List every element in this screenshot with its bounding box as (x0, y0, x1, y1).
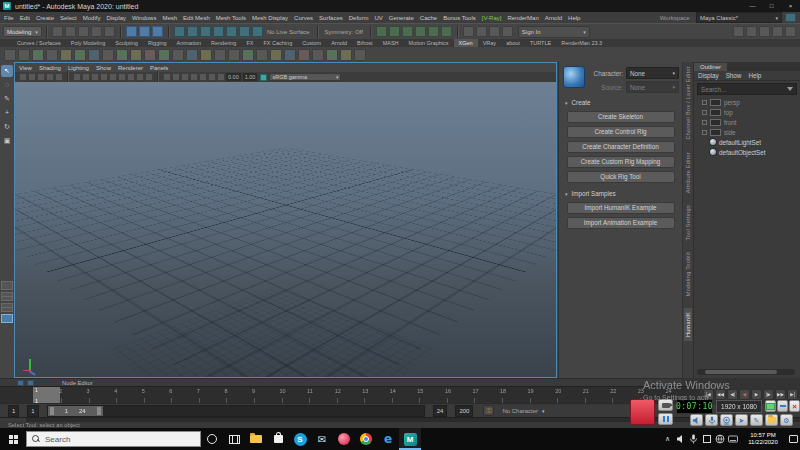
layout-single-pane-button[interactable] (1, 281, 13, 290)
toolbar-icon[interactable] (187, 26, 198, 37)
range-right-handle[interactable] (97, 407, 101, 415)
recorder-draw-button[interactable]: ✎ (750, 414, 763, 426)
toolbar-icon[interactable] (213, 26, 224, 37)
toolbar-icon[interactable] (174, 26, 185, 37)
menu-item[interactable]: Create (36, 15, 54, 21)
animation-end-field[interactable]: 200 (455, 405, 473, 417)
exposure-field[interactable]: 0.00 (226, 73, 241, 81)
toolbar-icon[interactable] (172, 49, 184, 61)
sidebar-tab[interactable]: Attribute Editor (685, 152, 691, 193)
frame-tick[interactable]: 15 (419, 387, 447, 404)
toolbar-icon[interactable] (242, 49, 254, 61)
sidebar-tab[interactable]: HumanIK (684, 308, 692, 341)
photos-app-button[interactable] (333, 428, 355, 450)
recorder-folder-button[interactable] (765, 414, 778, 426)
menu-item[interactable]: Help (568, 15, 580, 21)
toolbar-icon[interactable] (104, 26, 115, 37)
toolbar-icon[interactable] (152, 26, 163, 37)
toolbar-icon[interactable] (428, 26, 439, 37)
menu-item[interactable]: Select (60, 15, 77, 21)
transport-button[interactable]: ◀| (727, 389, 738, 400)
outliner-item[interactable]: top (694, 107, 800, 117)
toolbar-icon[interactable] (252, 26, 263, 37)
toolbar-icon[interactable] (52, 26, 63, 37)
menu-item[interactable]: [V-Ray] (482, 15, 502, 21)
recorder-cursor-button[interactable]: ➤ (735, 414, 748, 426)
frame-tick[interactable]: 11 (309, 387, 337, 404)
toolbar-icon[interactable] (19, 73, 27, 81)
toolbar-icon[interactable] (116, 49, 128, 61)
close-button[interactable]: × (781, 0, 800, 12)
humanik-action-button[interactable]: Create Control Rig (567, 126, 675, 138)
frame-tick[interactable]: 9 (254, 387, 282, 404)
toolbar-icon[interactable] (200, 49, 212, 61)
toolbar-icon[interactable] (489, 26, 500, 37)
humanik-action-button[interactable]: Quick Rig Tool (567, 171, 675, 183)
toolbar-icon[interactable] (376, 26, 387, 37)
filter-funnel-icon[interactable] (787, 87, 793, 91)
toolbar-icon[interactable] (312, 49, 324, 61)
character-dropdown[interactable]: None ▾ (626, 67, 679, 79)
mail-button[interactable]: ✉ (311, 428, 333, 450)
keyboard-icon[interactable] (726, 428, 739, 450)
outliner-menu-item[interactable]: Help (748, 72, 761, 79)
toolbar-icon[interactable] (46, 73, 54, 81)
toolbar-icon[interactable] (226, 26, 237, 37)
cortana-button[interactable] (201, 428, 223, 450)
toolbar-icon[interactable] (200, 26, 211, 37)
toolbar-icon[interactable] (78, 26, 89, 37)
humanik-action-button[interactable]: Create Character Definition (567, 141, 675, 153)
menu-item[interactable]: File (4, 15, 14, 21)
colorspace-dropdown[interactable]: sRGB gamma ▾ (269, 73, 341, 81)
screenshot-camera-button[interactable] (658, 399, 673, 411)
shelf-tab[interactable]: XGen (454, 39, 478, 47)
toolbar-icon[interactable] (256, 49, 268, 61)
menu-item[interactable]: Display (106, 15, 126, 21)
playback-start-field[interactable]: 1 (27, 405, 38, 417)
create-section-header[interactable]: ▾ Create (565, 99, 678, 106)
auto-keyframe-icon[interactable]: ⚿ (483, 405, 494, 416)
transport-button[interactable]: ◀◀ (715, 389, 726, 400)
expand-toggle-icon[interactable] (702, 130, 707, 135)
toolbar-icon[interactable] (102, 49, 114, 61)
toolbar-icon[interactable] (91, 73, 99, 81)
action-center-icon[interactable] (787, 428, 800, 450)
frame-tick[interactable]: 18 (502, 387, 530, 404)
task-view-button[interactable] (223, 428, 245, 450)
sidebar-tab[interactable]: Tool Settings (685, 205, 691, 240)
view-transform-checkbox[interactable] (260, 74, 267, 81)
pause-button[interactable] (658, 413, 673, 425)
toolbar-icon[interactable] (144, 49, 156, 61)
shelf-tab[interactable]: about (501, 39, 525, 47)
frame-tick[interactable]: 7 (199, 387, 227, 404)
recorder-mic-button[interactable] (705, 414, 718, 426)
toolbar-icon[interactable] (298, 49, 310, 61)
expand-toggle-icon[interactable] (702, 100, 707, 105)
network-icon[interactable] (713, 428, 726, 450)
viewport-menu-item[interactable]: Panels (150, 65, 168, 71)
sidebar-tab[interactable]: Modeling Toolkit (685, 252, 691, 296)
viewport-menu-item[interactable]: View (19, 65, 32, 71)
import-samples-section-header[interactable]: ▾ Import Samples (565, 190, 678, 197)
toolbar-icon[interactable] (354, 49, 366, 61)
recorder-settings-button[interactable]: ⚙ (780, 414, 793, 426)
toolbar-icon[interactable] (65, 26, 76, 37)
outliner-item[interactable]: defaultLightSet (694, 137, 800, 147)
menu-item[interactable]: Mesh Tools (216, 15, 246, 21)
toolbar-icon[interactable] (733, 26, 744, 37)
chrome-button[interactable] (355, 428, 377, 450)
shelf-tab[interactable]: Animation (172, 39, 206, 47)
frame-tick[interactable]: 2 (61, 387, 89, 404)
toolbar-icon[interactable] (181, 73, 189, 81)
edge-button[interactable]: e (377, 428, 399, 450)
toolbar-icon[interactable] (100, 73, 108, 81)
maya-taskbar-button[interactable]: M (399, 428, 421, 450)
frame-tick[interactable]: 16 (447, 387, 475, 404)
screen-select-button[interactable] (765, 400, 776, 412)
toolbar-icon[interactable] (441, 26, 452, 37)
shelf-tab[interactable]: Bifrost (352, 39, 378, 47)
volume-icon[interactable] (674, 428, 687, 450)
toolbar-icon[interactable] (199, 73, 207, 81)
menu-item[interactable]: Bonus Tools (443, 15, 476, 21)
skype-button[interactable]: S (289, 428, 311, 450)
